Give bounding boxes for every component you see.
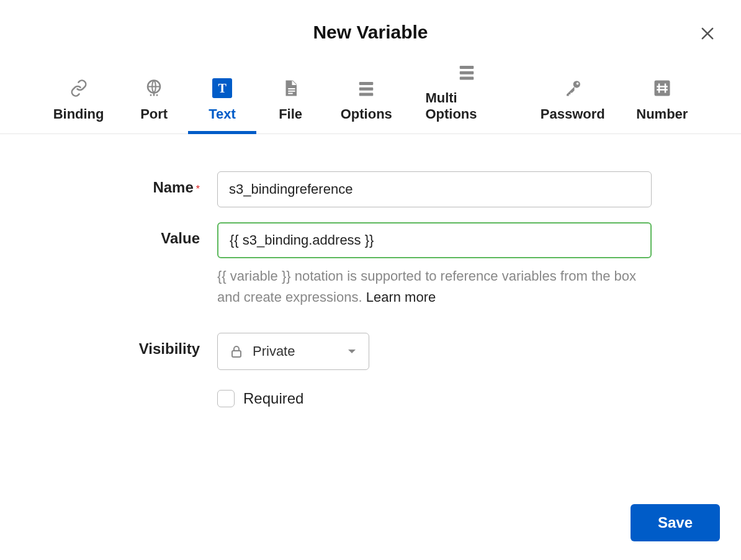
svg-rect-3 [288, 93, 293, 94]
options-icon [357, 78, 375, 99]
required-label: Required [243, 390, 303, 407]
svg-rect-8 [459, 71, 474, 75]
save-button[interactable]: Save [631, 504, 720, 541]
tab-port[interactable]: Port [120, 55, 188, 133]
required-asterisk: * [196, 184, 200, 194]
svg-rect-9 [459, 77, 474, 80]
tab-label: File [279, 106, 302, 122]
name-label: Name [153, 179, 193, 196]
tab-label: Number [636, 106, 688, 122]
globe-icon [145, 78, 163, 99]
value-help-text: {{ variable }} notation is supported to … [217, 266, 652, 308]
link-icon [70, 78, 88, 99]
file-icon [281, 78, 300, 99]
value-row: Value {{ variable }} notation is support… [81, 222, 660, 308]
variable-form: Name* Value {{ variable }} notation is s… [0, 134, 741, 407]
svg-rect-13 [232, 351, 241, 357]
text-icon: T [212, 78, 232, 99]
modal-header: New Variable [0, 0, 741, 55]
tab-label: Port [140, 106, 168, 122]
chevron-down-icon [346, 346, 357, 357]
tab-options[interactable]: Options [325, 55, 408, 133]
new-variable-modal: New Variable Binding Port T Text [0, 0, 741, 560]
tab-number[interactable]: Number [621, 55, 704, 133]
required-checkbox[interactable] [217, 390, 235, 407]
tab-label: Binding [53, 106, 104, 122]
close-icon [699, 25, 716, 42]
tab-file[interactable]: File [256, 55, 325, 133]
lock-icon [229, 344, 244, 359]
value-input[interactable] [217, 222, 652, 258]
svg-rect-1 [288, 88, 295, 89]
tab-label: Text [209, 106, 236, 122]
svg-rect-7 [459, 66, 474, 69]
variable-type-tabs: Binding Port T Text File Options [0, 55, 741, 134]
tab-multi-options[interactable]: Multi Options [408, 55, 524, 133]
required-row: Required [81, 385, 660, 407]
tab-label: Options [341, 106, 392, 122]
name-input[interactable] [217, 171, 652, 207]
modal-footer: Save [631, 504, 720, 541]
svg-rect-2 [288, 91, 295, 92]
tab-text[interactable]: T Text [188, 55, 256, 133]
key-icon [564, 78, 582, 99]
svg-rect-5 [359, 88, 374, 91]
visibility-label: Visibility [139, 340, 200, 357]
close-button[interactable] [699, 25, 716, 42]
svg-rect-12 [654, 81, 670, 96]
visibility-value: Private [253, 343, 295, 359]
name-row: Name* [81, 171, 660, 207]
tab-binding[interactable]: Binding [37, 55, 120, 133]
hash-icon [653, 78, 671, 99]
modal-title: New Variable [313, 22, 428, 43]
visibility-select[interactable]: Private [217, 333, 369, 370]
svg-rect-6 [359, 93, 374, 96]
learn-more-link[interactable]: Learn more [366, 289, 436, 305]
multi-options-icon [457, 61, 476, 83]
tab-label: Password [541, 106, 605, 122]
tab-password[interactable]: Password [525, 55, 621, 133]
tab-label: Multi Options [425, 90, 507, 122]
svg-point-11 [576, 83, 578, 85]
visibility-row: Visibility Private [81, 333, 660, 370]
svg-rect-4 [359, 82, 374, 85]
value-label: Value [161, 230, 200, 246]
